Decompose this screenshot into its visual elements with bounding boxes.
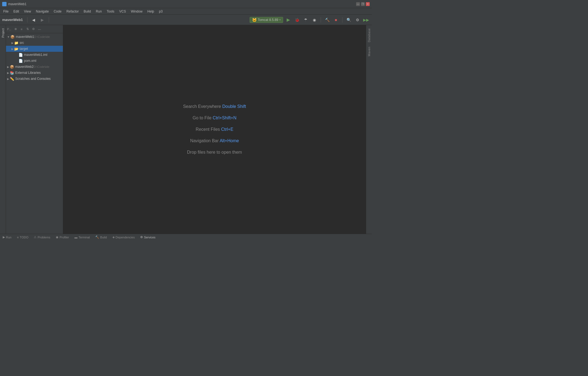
problems-tab-icon: ⚠ [34,235,36,239]
tree-item-label: Scratches and Consoles [15,77,51,81]
app-title: mavenWeb1 [8,2,26,6]
dependencies-tab-icon: ◈ [112,235,115,239]
bottom-tabs-bar: ▶Run≡TODO⚠Problems◉Profiler▬Terminal🔨Bui… [0,234,372,240]
toolbar-back-button[interactable]: ◀ [30,16,37,23]
run-tab-icon: ▶ [3,235,5,239]
bottom-tab-todo[interactable]: ≡TODO [14,235,31,240]
project-settings-button[interactable]: ⚙ [31,26,36,32]
run-button[interactable]: ▶ [285,16,292,23]
tree-item-mavenWeb1[interactable]: ▼📦mavenWeb1 D:\Code\ide [6,34,63,40]
toolbar-separator-3 [321,17,321,23]
bottom-tab-profiler[interactable]: ◉Profiler [53,234,72,240]
iml-icon: 📄 [19,53,23,57]
side-tab-database[interactable]: Database [367,26,372,44]
toolbar-separator [27,17,27,23]
coverage-button[interactable]: ☂ [302,16,309,23]
menu-item-p3[interactable]: p3 [157,9,165,14]
bottom-tab-terminal[interactable]: ▬Terminal [72,235,93,240]
project-close-button[interactable]: — [37,26,42,32]
tree-arrow: ▶ [7,65,9,68]
run-config-dropdown-icon: ▾ [279,18,281,21]
lib-icon: 📚 [10,71,14,75]
xml-icon: 📄 [19,59,23,63]
menu-item-vcs[interactable]: VCS [117,9,128,14]
tree-item-mavenWeb2[interactable]: ▶📦mavenWeb2 D:\Code\ide [6,64,63,70]
build-tab-icon: 🔨 [95,235,99,239]
minimize-button[interactable]: — [356,2,360,6]
folder-target-icon: 📂 [14,47,19,51]
maximize-button[interactable]: ❐ [361,2,365,6]
build-button[interactable]: 🔨 [324,16,331,23]
menu-item-run[interactable]: Run [94,9,104,14]
terminal-tab-label: Terminal [79,236,90,239]
shortcut-hint-double shift: Search Everywhere Double Shift [183,104,246,109]
tree-item-label: mavenWeb2 [15,65,33,69]
scratch-icon: ✏️ [10,77,14,81]
menu-item-view[interactable]: View [22,9,33,14]
run-configuration[interactable]: 🐱 Tomcat 8.5.89 ▾ [250,17,283,23]
sort-button[interactable]: ⇅ [25,26,30,32]
problems-tab-label: Problems [38,236,50,239]
close-button[interactable]: ✕ [366,2,370,6]
editor-area: Search Everywhere Double ShiftGo to File… [63,25,366,234]
bottom-tab-problems[interactable]: ⚠Problems [31,234,53,240]
tree-item-target[interactable]: ▶📂target [6,46,63,52]
tree-item-external-libraries[interactable]: ▶📚External Libraries [6,70,63,76]
shortcut-hint-alt-home: Navigation Bar Alt+Home [190,138,239,143]
settings-button[interactable]: ⚙ [354,16,361,23]
tree-item-path: D:\Code\ide [34,35,50,38]
main-layout: Project P... ⊕ ≡ ⇅ ⚙ — ▼📦mavenWeb1 D:\Co… [0,25,372,234]
project-name-label: mavenWeb1 [2,18,23,22]
dependencies-tab-label: Dependencies [116,236,135,239]
toolbar-separator-4 [342,17,342,23]
profiler-tab-icon: ◉ [56,235,59,239]
tree-item-label: External Libraries [15,71,41,75]
right-side-tabs: DatabaseMaven [366,25,372,234]
titlebar: mavenWeb1 — ❐ ✕ [0,0,372,8]
collapse-all-button[interactable]: ≡ [19,26,24,32]
todo-tab-label: TODO [20,236,29,239]
bottom-tab-build[interactable]: 🔨Build [93,234,109,240]
stop-button[interactable]: ■ [332,16,339,23]
profile-button[interactable]: ◉ [311,16,318,23]
folder-icon: 📁 [14,41,19,45]
bottom-tab-run[interactable]: ▶Run [0,234,14,240]
side-tab-maven[interactable]: Maven [367,44,372,59]
project-tree: ▼📦mavenWeb1 D:\Code\ide▶📁src▶📂target▶📄ma… [6,33,63,234]
menu-item-edit[interactable]: Edit [11,9,21,14]
run-all-button[interactable]: ▶▶ [363,16,370,23]
menu-item-file[interactable]: File [1,9,11,14]
project-tree-toolbar: P... ⊕ ≡ ⇅ ⚙ — [6,25,63,33]
tree-item-src[interactable]: ▶📁src [6,40,63,46]
menu-item-window[interactable]: Window [129,9,145,14]
bottom-tab-services[interactable]: ⚙Services [137,234,158,240]
tree-item-label: target [20,47,28,51]
services-tab-label: Services [144,236,155,239]
menu-item-code[interactable]: Code [51,9,64,14]
tree-item-label: mavenWeb1 [16,35,34,39]
menu-item-tools[interactable]: Tools [105,9,117,14]
tree-item-label: src [20,41,24,45]
toolbar-forward-button[interactable]: ▶ [39,16,46,23]
menu-item-help[interactable]: Help [145,9,156,14]
debug-button[interactable]: 🐞 [293,16,301,23]
app-icon [2,2,7,6]
menu-item-refactor[interactable]: Refactor [64,9,81,14]
menu-item-navigate[interactable]: Navigate [34,9,51,14]
left-vertical-tabs: Project [0,25,6,234]
locate-button[interactable]: ⊕ [13,26,18,32]
tree-item-mavenWeb1.iml[interactable]: ▶📄mavenWeb1.iml [6,52,63,58]
window-controls: — ❐ ✕ [356,2,370,6]
tree-item-path: D:\Code\ide [33,65,49,68]
tree-item-scratches[interactable]: ▶✏️Scratches and Consoles [6,76,63,82]
todo-tab-icon: ≡ [17,236,19,239]
project-view-label: P... [7,28,11,31]
tree-arrow: ▼ [7,35,10,38]
tree-item-pom.xml[interactable]: ▶📄pom.xml [6,58,63,64]
drop-files-hint: Drop files here to open them [187,150,242,155]
bottom-tab-dependencies[interactable]: ◈Dependencies [110,234,137,240]
menu-item-build[interactable]: Build [81,9,93,14]
project-tab[interactable]: Project [1,26,5,40]
shortcut-hint-ctrl-shift-n: Go to File Ctrl+Shift+N [193,116,237,120]
search-button[interactable]: 🔍 [345,16,352,23]
